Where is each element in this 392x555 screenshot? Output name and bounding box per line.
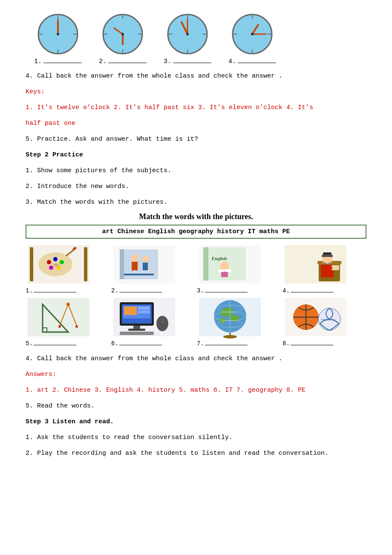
picture-6: 6. — [111, 296, 195, 347]
step3-item-2: 2. Play the recording and ask the studen… — [26, 448, 366, 459]
clock-1-number: 1. — [34, 58, 42, 65]
svg-rect-37 — [30, 247, 33, 281]
answers-text: 1. art 2. Chinese 3. English 4. history … — [26, 384, 366, 396]
pictures-grid: 1. 2. — [26, 243, 366, 347]
step2-heading: Step 2 Practice — [26, 149, 366, 161]
svg-text:English: English — [212, 256, 227, 261]
art-picture — [26, 243, 92, 286]
picture-8-label: 8. — [282, 340, 333, 347]
geography-picture — [197, 296, 263, 338]
svg-text:SPALDING: SPALDING — [321, 318, 335, 321]
svg-point-40 — [47, 260, 51, 264]
clock-1-label: 1. — [34, 58, 82, 65]
svg-point-41 — [53, 257, 58, 261]
clock-4-label: 4. — [228, 58, 276, 65]
english-picture: English — [197, 243, 263, 286]
read-line: 5. Read the words. — [26, 400, 366, 412]
step2-item-1: 1. Show some pictures of the subjects. — [26, 165, 366, 176]
picture-5-label: 5. — [26, 340, 76, 347]
clock-2-number: 2. — [99, 58, 107, 65]
practice-line: 5. Practice. Ask and answer. What time i… — [26, 133, 366, 145]
answers-label: Answers: — [26, 369, 366, 380]
picture-7: 7. — [197, 296, 281, 347]
picture-1-label: 1. — [26, 287, 76, 294]
svg-point-44 — [49, 266, 53, 270]
svg-rect-94 — [128, 329, 145, 331]
svg-point-53 — [142, 256, 148, 263]
svg-point-17 — [121, 33, 124, 35]
svg-rect-38 — [84, 247, 87, 281]
svg-point-83 — [75, 325, 78, 328]
clock-4: 4. — [228, 13, 276, 65]
word-box: art Chinese English geography history IT… — [26, 225, 366, 239]
keys-label: Keys: — [26, 86, 366, 98]
svg-rect-74 — [331, 265, 339, 270]
svg-rect-54 — [143, 263, 148, 270]
history-picture — [282, 243, 349, 286]
step3-heading: Step 3 Listen and read. — [26, 416, 366, 428]
picture-8: SPALDING 8. — [282, 296, 366, 347]
clock-1: 1. — [34, 13, 82, 65]
picture-3: English 3. — [197, 243, 281, 294]
match-heading: Match the words with the pictures. — [26, 212, 366, 221]
step2-item-3: 3. Match the words with the pictures. — [26, 197, 366, 208]
picture-2-label: 2. — [111, 287, 162, 294]
step2-item-2: 2. Introduce the new words. — [26, 181, 366, 192]
svg-point-42 — [60, 260, 64, 264]
svg-rect-90 — [124, 306, 137, 315]
picture-4: 4. — [282, 243, 366, 294]
maths-picture — [26, 296, 92, 338]
check-answer-line-2: 4. Call back the answer from the whole c… — [26, 353, 366, 364]
svg-rect-76 — [28, 298, 89, 336]
pe-picture: SPALDING — [282, 296, 349, 338]
keys-text2: half past one — [26, 118, 366, 129]
svg-point-51 — [131, 254, 138, 262]
picture-2: 2. — [111, 243, 195, 294]
check-answer-line-1: 4. Call back the answer from the whole c… — [26, 70, 366, 82]
clocks-section: 1. 2. — [34, 13, 366, 65]
match-section: Match the words with the pictures. art C… — [26, 212, 366, 347]
svg-point-8 — [57, 33, 59, 35]
clock-4-number: 4. — [228, 58, 236, 65]
svg-rect-72 — [322, 255, 333, 257]
picture-4-label: 4. — [282, 287, 333, 294]
svg-point-108 — [223, 335, 237, 338]
svg-point-35 — [251, 33, 254, 35]
picture-6-label: 6. — [111, 340, 162, 347]
svg-rect-50 — [120, 249, 124, 279]
svg-rect-93 — [133, 326, 140, 329]
chinese-picture — [111, 243, 177, 286]
svg-point-82 — [66, 303, 70, 306]
clock-3-label: 3. — [164, 58, 211, 65]
svg-rect-97 — [120, 332, 154, 335]
svg-rect-60 — [203, 247, 208, 280]
keys-text: 1. It’s twelve o’clock 2. It’s half past… — [26, 102, 366, 113]
picture-3-label: 3. — [197, 287, 248, 294]
picture-1: 1. — [26, 243, 110, 294]
step3-item-1: 1. Ask the students to read the conversa… — [26, 432, 366, 443]
svg-point-84 — [58, 325, 61, 328]
picture-7-label: 7. — [197, 340, 248, 347]
svg-point-26 — [186, 33, 189, 35]
clock-2-label: 2. — [99, 58, 147, 65]
clock-3: 3. — [164, 13, 211, 65]
it-picture — [111, 296, 177, 338]
picture-5: 5. — [26, 296, 110, 347]
svg-rect-91 — [138, 306, 150, 310]
svg-rect-92 — [138, 311, 150, 313]
clock-3-number: 3. — [164, 58, 171, 65]
svg-point-102 — [219, 318, 226, 323]
svg-rect-55 — [124, 274, 154, 275]
svg-point-45 — [54, 263, 59, 267]
clock-2: 2. — [99, 13, 147, 65]
